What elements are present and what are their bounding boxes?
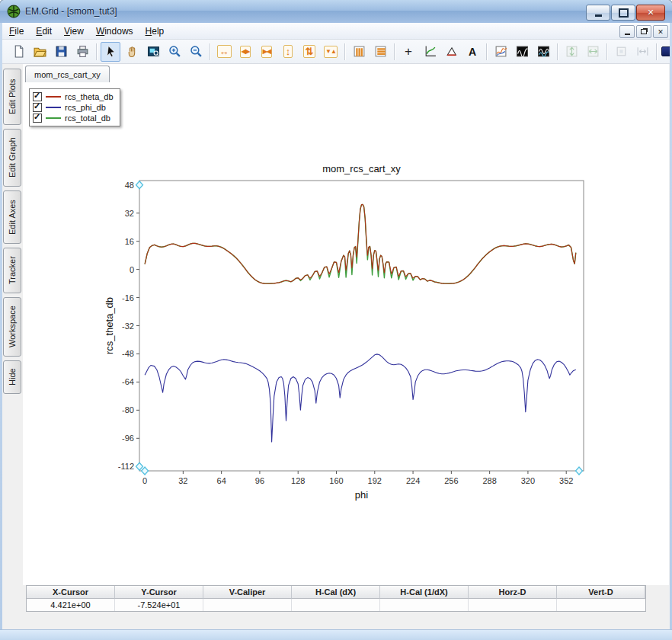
minimize-icon xyxy=(595,14,602,17)
menu-edit[interactable]: Edit xyxy=(30,24,58,38)
readout-value-x-cursor: 4.421e+00 xyxy=(27,599,115,611)
sidebar-item-edit-axes[interactable]: Edit Axes xyxy=(3,190,21,244)
toolbar-separator xyxy=(96,43,97,60)
expand-y-button[interactable]: ⇅ xyxy=(299,42,319,62)
mdi-restore-icon xyxy=(641,29,647,34)
mdi-close-button[interactable]: ✕ xyxy=(653,25,668,38)
menu-windows[interactable]: Windows xyxy=(90,24,139,38)
legend-checkbox-rcs-total-db[interactable] xyxy=(33,114,42,123)
toolbar-separator xyxy=(656,43,657,60)
pan-hand-button[interactable] xyxy=(122,42,142,62)
zoom-in-button[interactable] xyxy=(165,42,184,62)
legend-checkbox-rcs-phi-db[interactable] xyxy=(33,103,42,112)
autoscale-x-button[interactable] xyxy=(583,42,603,62)
fit-width-button[interactable] xyxy=(632,42,652,62)
new-file-button[interactable] xyxy=(8,42,28,62)
legend-checkbox-rcs-theta-db[interactable] xyxy=(33,92,42,101)
table-columns-button[interactable] xyxy=(349,42,369,62)
window-frame-left xyxy=(0,23,2,640)
snap-button[interactable] xyxy=(611,42,631,62)
axis-pan-handle[interactable] xyxy=(576,467,583,475)
toolbar-separator xyxy=(210,43,210,60)
y-tick-label: -64 xyxy=(122,377,134,386)
legend-label: rcs_total_db xyxy=(65,114,110,123)
zoom-out-icon xyxy=(190,45,203,58)
table-rows-button[interactable] xyxy=(370,42,390,62)
menu-file[interactable]: File xyxy=(3,24,30,38)
sidebar-item-workspace[interactable]: Workspace xyxy=(3,297,21,357)
zoom-window-button[interactable] xyxy=(143,42,163,62)
readout-header: X-Cursor xyxy=(27,586,115,599)
y-tick-label: 16 xyxy=(125,237,134,246)
full-scale-y-button[interactable]: ↕ xyxy=(278,42,298,62)
save-button[interactable] xyxy=(51,42,71,62)
arrows-out-v-icon: ⇅ xyxy=(303,45,316,58)
y-tick-label: -16 xyxy=(122,293,134,302)
expand-x-button[interactable]: ◀▶ xyxy=(235,42,255,62)
y-axis-label: rcs_theta_db xyxy=(104,297,115,354)
minimize-button[interactable] xyxy=(586,5,610,21)
series-rcs_total_db xyxy=(145,204,576,283)
toolbar: ↔ ◀▶ ▶◀ ↕ ⇅ ▼▲ + A Layou xyxy=(0,40,672,64)
y-tick-label: -112 xyxy=(118,462,134,471)
dark-plot-button[interactable] xyxy=(512,42,532,62)
toolbar-separator xyxy=(486,43,487,60)
printer-icon xyxy=(76,45,89,58)
toolbar-separator xyxy=(344,43,345,60)
new-file-icon xyxy=(12,45,25,58)
page-style-button[interactable] xyxy=(491,42,510,62)
close-button[interactable]: ✕ xyxy=(636,5,665,21)
axis-pan-handle[interactable] xyxy=(136,462,143,470)
open-file-button[interactable] xyxy=(30,42,50,62)
dark-plot2-button[interactable] xyxy=(533,42,553,62)
plus-icon: + xyxy=(405,44,412,59)
x-tick-label: 128 xyxy=(291,476,305,485)
mdi-restore-button[interactable] xyxy=(636,25,651,38)
y-tick-label: -80 xyxy=(122,405,134,414)
sidebar-item-hide[interactable]: Hide xyxy=(3,360,21,394)
mdi-close-icon: ✕ xyxy=(658,28,664,36)
dark-waveform-icon xyxy=(516,45,529,58)
readout-header: H-Cal (1/dX) xyxy=(380,586,469,599)
x-tick-label: 224 xyxy=(406,476,420,485)
sidebar-item-edit-graph[interactable]: Edit Graph xyxy=(3,129,21,187)
legend-row: rcs_theta_db xyxy=(33,91,114,102)
readout-header: V-Caliper xyxy=(203,586,292,599)
x-tick-label: 288 xyxy=(482,476,496,485)
y-tick-label: -48 xyxy=(122,349,134,358)
x-tick-label: 0 xyxy=(142,476,147,485)
caliper-button[interactable] xyxy=(441,42,461,62)
autoscale-y-button[interactable] xyxy=(562,42,581,62)
chart-svg: 03264961281601922242562883203524832160-1… xyxy=(23,64,667,585)
full-scale-x-button[interactable]: ↔ xyxy=(214,42,234,62)
x-tick-label: 32 xyxy=(178,476,187,485)
dark-waveform2-icon xyxy=(537,45,550,58)
readout-header: Y-Cursor xyxy=(115,586,203,599)
mdi-minimize-button[interactable] xyxy=(619,25,635,38)
print-button[interactable] xyxy=(72,42,92,62)
sidebar-item-tracker[interactable]: Tracker xyxy=(3,248,21,293)
axis-pan-handle[interactable] xyxy=(136,181,143,189)
zoom-out-button[interactable] xyxy=(186,42,206,62)
select-cursor-button[interactable] xyxy=(101,42,120,62)
arrows-in-v-icon: ▼▲ xyxy=(324,46,338,58)
autoscale-y-icon xyxy=(565,45,578,58)
add-text-button[interactable]: A xyxy=(462,42,482,62)
app-window: EM.Grid - [smom_tut3] ✕ File Edit View W… xyxy=(0,0,672,640)
add-axes-button[interactable] xyxy=(420,42,440,62)
snap-icon xyxy=(615,45,628,58)
menu-view[interactable]: View xyxy=(58,24,90,38)
table-rows-icon xyxy=(374,45,387,58)
y-tick-label: -96 xyxy=(122,434,134,443)
shrink-x-button[interactable]: ▶◀ xyxy=(257,42,277,62)
legend-line-swatch xyxy=(46,96,61,98)
maximize-button[interactable] xyxy=(611,5,635,21)
arrows-h-icon: ↔ xyxy=(217,45,232,58)
axis-pan-handle[interactable] xyxy=(142,467,149,475)
readout-header: H-Cal (dX) xyxy=(292,586,380,599)
shrink-y-button[interactable]: ▼▲ xyxy=(321,42,341,62)
add-cursor-button[interactable]: + xyxy=(398,42,418,62)
sidebar-item-edit-plots[interactable]: Edit Plots xyxy=(3,69,21,125)
x-tick-label: 96 xyxy=(255,476,264,485)
menu-help[interactable]: Help xyxy=(139,24,171,38)
